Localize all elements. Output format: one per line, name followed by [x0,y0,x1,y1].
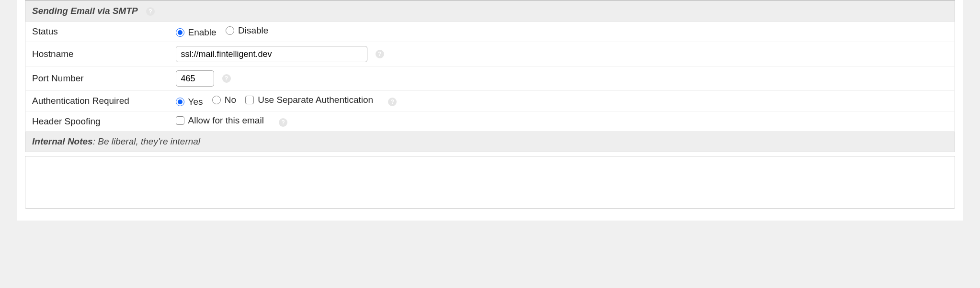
radio-icon [226,26,234,35]
status-enable-label: Enable [188,27,217,38]
notes-section-hint: : Be liberal, they're internal [93,136,200,146]
status-label: Status [25,22,169,42]
spoofing-label: Header Spoofing [25,111,169,132]
auth-no-label: No [225,95,236,105]
port-input[interactable] [176,70,214,87]
status-disable-radio[interactable]: Disable [226,25,268,36]
separate-auth-checkbox[interactable]: Use Separate Authentication [245,95,373,105]
internal-notes-textarea[interactable] [25,156,955,209]
smtp-section-title: Sending Email via SMTP [32,6,138,16]
help-icon[interactable]: ? [388,98,397,106]
checkbox-icon [245,96,254,104]
smtp-settings-table: Sending Email via SMTP ? Status Enable [25,0,955,152]
status-disable-label: Disable [238,25,268,36]
help-icon[interactable]: ? [146,7,155,16]
auth-yes-label: Yes [188,97,203,107]
smtp-section-header: Sending Email via SMTP ? [25,0,955,22]
hostname-input[interactable] [176,46,367,62]
radio-icon [176,28,184,37]
radio-icon [212,96,221,104]
separate-auth-label: Use Separate Authentication [258,95,373,105]
auth-yes-radio[interactable]: Yes [176,97,203,107]
radio-icon [176,98,184,106]
port-label: Port Number [25,66,169,91]
status-enable-radio[interactable]: Enable [176,27,217,38]
auth-label: Authentication Required [25,91,169,111]
spoofing-allow-label: Allow for this email [188,115,264,126]
help-icon[interactable]: ? [279,118,287,127]
notes-section-header: Internal Notes: Be liberal, they're inte… [25,132,955,152]
hostname-label: Hostname [25,42,169,66]
notes-section-title: Internal Notes [32,136,93,146]
spoofing-allow-checkbox[interactable]: Allow for this email [176,115,264,126]
help-icon[interactable]: ? [222,74,231,83]
help-icon[interactable]: ? [376,50,384,58]
checkbox-icon [176,116,184,125]
auth-no-radio[interactable]: No [212,95,236,105]
